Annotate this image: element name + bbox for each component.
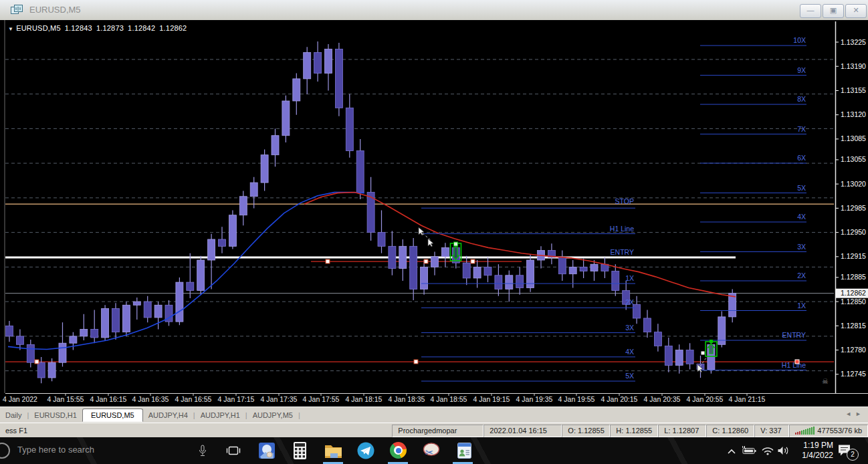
restore-button[interactable]: ▣ [823, 4, 844, 18]
close-cell: C: 1.12860 [706, 425, 754, 437]
connection-status-cell: 477553/76 kb [789, 425, 868, 437]
clock-date: 1/4/2022 [793, 451, 833, 461]
chrome-app-icon[interactable] [390, 442, 407, 459]
tab-eurusd-h1[interactable]: EURUSD,H1 [29, 409, 82, 421]
tab-scroll-arrows[interactable]: ◄► [845, 411, 865, 417]
clock-time: 1:19 PM [793, 441, 833, 451]
svg-text:4X: 4X [625, 348, 634, 356]
minimize-button[interactable]: — [800, 4, 821, 18]
svg-text:4 Jan 20:35: 4 Jan 20:35 [644, 395, 681, 403]
quote-high: 1.12873 [96, 24, 124, 32]
svg-text:4 Jan 15:55: 4 Jan 15:55 [47, 395, 84, 403]
open-cell: O: 1.12855 [562, 425, 610, 437]
svg-text:8X: 8X [797, 95, 806, 103]
traffic-text: 477553/76 kb [817, 426, 862, 436]
svg-text:ENTRY: ENTRY [611, 248, 634, 256]
svg-text:4 Jan 17:15: 4 Jan 17:15 [218, 395, 255, 403]
volume-icon[interactable] [777, 446, 790, 458]
svg-text:1.12780: 1.12780 [841, 346, 866, 354]
svg-text:1.13190: 1.13190 [841, 62, 866, 70]
window-title: EURUSD,M5 [29, 5, 81, 15]
close-button[interactable]: ✕ [845, 4, 867, 18]
svg-text:1.12862: 1.12862 [841, 289, 866, 297]
chart-ohlc-header: ▼EURUSD,M51.128431.128731.128421.12862 [8, 24, 191, 32]
window-titlebar: EURUSD,M5 — ▣ ✕ [0, 0, 868, 21]
volume-cell: V: 337 [754, 425, 789, 437]
svg-text:1.12850: 1.12850 [841, 298, 866, 306]
svg-text:3X: 3X [797, 243, 806, 251]
calculator-app-icon[interactable] [292, 442, 308, 463]
battery-charging-icon[interactable] [741, 446, 758, 458]
svg-text:1.13055: 1.13055 [841, 155, 866, 163]
tab-eurusd-m5[interactable]: EURUSD,M5 [82, 409, 143, 422]
chart-tabbar: Daily|EURUSD,H1EURUSD,M5AUDJPY,H4|AUDJPY… [0, 407, 868, 423]
svg-text:1.12915: 1.12915 [841, 252, 866, 260]
status-help-text: ess F1 [1, 426, 31, 435]
contacts-app-icon[interactable] [455, 442, 473, 462]
tab-audjpy-h4[interactable]: AUDJPY,H4 [143, 409, 193, 421]
svg-text:H1 Line: H1 Line [782, 361, 806, 369]
svg-text:3X: 3X [625, 324, 634, 332]
tab-audjpy-h1[interactable]: AUDJPY,H1 [195, 409, 245, 421]
svg-text:4 Jan 16:35: 4 Jan 16:35 [132, 395, 169, 403]
svg-text:4 Jan 18:15: 4 Jan 18:15 [346, 395, 383, 403]
svg-text:✂: ✂ [425, 447, 434, 458]
notification-badge[interactable]: 2 [847, 449, 859, 461]
tray-chevron-icon[interactable] [726, 446, 737, 458]
microphone-icon[interactable] [198, 445, 207, 459]
snipping-tool-icon[interactable]: ✂ [423, 442, 440, 462]
chart-canvas[interactable]: STOPH1 LineENTRY1X2X3X4X5X10X9X8X7X6X5X4… [0, 20, 868, 407]
tab-daily[interactable]: Daily [0, 409, 27, 421]
svg-text:2X: 2X [797, 271, 806, 279]
svg-text:4 Jan 19:15: 4 Jan 19:15 [473, 395, 510, 403]
svg-text:4 Jan 21:15: 4 Jan 21:15 [729, 395, 766, 403]
tab-scroll-left-icon: ◄ [845, 411, 855, 417]
svg-text:4 Jan 2022: 4 Jan 2022 [3, 395, 37, 403]
svg-text:1.12815: 1.12815 [841, 322, 866, 330]
tab-audjpy-m5[interactable]: AUDJPY,M5 [247, 409, 298, 421]
tab-separator: | [298, 411, 300, 419]
status-bar: ess F1 Prochargedmopar2022.01.04 16:15O:… [0, 423, 868, 438]
svg-text:4 Jan 16:15: 4 Jan 16:15 [90, 395, 127, 403]
telegram-app-icon[interactable] [357, 442, 374, 462]
svg-text:1.13225: 1.13225 [841, 38, 866, 46]
connection-bars-icon [795, 427, 815, 435]
svg-text:1.13020: 1.13020 [841, 180, 866, 188]
svg-text:4 Jan 18:35: 4 Jan 18:35 [389, 395, 425, 403]
svg-text:5X: 5X [625, 372, 634, 380]
windows-taskbar: Type here to search ✂ [0, 437, 868, 464]
svg-text:1.12985: 1.12985 [841, 204, 866, 212]
svg-text:4 Jan 17:35: 4 Jan 17:35 [261, 395, 298, 403]
svg-text:1.12885: 1.12885 [841, 273, 866, 281]
svg-text:1.13155: 1.13155 [841, 86, 866, 94]
svg-text:1.13120: 1.13120 [841, 110, 866, 118]
svg-text:H1 Line: H1 Line [610, 225, 634, 233]
quote-open: 1.12843 [65, 24, 92, 32]
svg-text:4 Jan 20:15: 4 Jan 20:15 [601, 395, 638, 403]
high-cell: H: 1.12855 [610, 425, 658, 437]
svg-text:6X: 6X [797, 154, 806, 162]
candle-time-cell: 2022.01.04 16:15 [483, 425, 562, 437]
cortana-circle-icon[interactable] [0, 443, 10, 459]
svg-text:9X: 9X [797, 66, 806, 74]
svg-text:4 Jan 18:55: 4 Jan 18:55 [431, 395, 467, 403]
search-input[interactable]: Type here to search [17, 445, 94, 455]
svg-text:1X: 1X [625, 274, 634, 282]
svg-text:4X: 4X [797, 213, 806, 221]
svg-text:1.12950: 1.12950 [841, 228, 866, 236]
symbol-dropdown-icon[interactable]: ▼ [8, 26, 13, 32]
file-explorer-icon[interactable] [324, 443, 342, 461]
svg-text:4 Jan 19:35: 4 Jan 19:35 [516, 395, 553, 403]
account-name-cell: Prochargedmopar [392, 425, 483, 437]
task-view-icon[interactable] [226, 445, 241, 459]
chart-symbol: EURUSD,M5 [16, 24, 61, 32]
photos-app-icon[interactable] [258, 442, 276, 462]
svg-text:1.13085: 1.13085 [841, 134, 866, 142]
svg-text:4 Jan 17:55: 4 Jan 17:55 [303, 395, 340, 403]
tab-scroll-right-icon: ► [855, 411, 865, 417]
tray-clock[interactable]: 1:19 PM 1/4/2022 [793, 441, 833, 461]
wifi-icon[interactable] [761, 446, 774, 458]
svg-text:10X: 10X [793, 36, 806, 44]
quote-close: 1.12862 [159, 24, 187, 32]
svg-text:1.12745: 1.12745 [841, 370, 866, 378]
